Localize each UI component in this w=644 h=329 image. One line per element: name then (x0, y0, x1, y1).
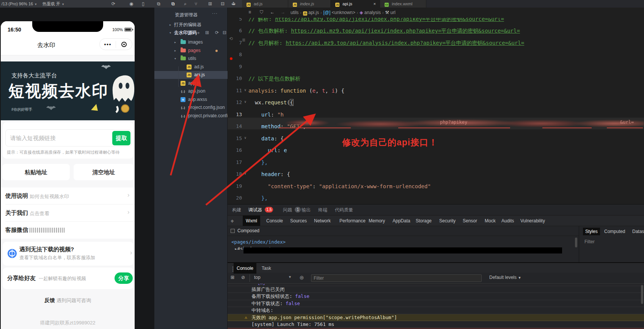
fold-icon[interactable]: ∨ (244, 136, 246, 140)
devtools-tab-audits[interactable]: Audits (501, 216, 514, 226)
help-card[interactable]: 遇到无法下载的视频? 查看下载域名白名单，联系客服添加 › (3, 242, 134, 266)
git-branch-icon[interactable]: ⑂ (195, 0, 197, 8)
extract-button[interactable]: 提取 (112, 131, 130, 145)
devtools-tab-sources[interactable]: Sources (290, 216, 307, 226)
devtools-tab-wxml[interactable]: Wxml (243, 216, 260, 226)
devtools-tab-storage[interactable]: Storage (416, 216, 432, 226)
code-editor[interactable]: ≡ ⛉ ← → utils›JS api.js›[@] <unknown>›◈ … (228, 8, 644, 204)
console-row[interactable]: 插屏广告已关闭 (228, 286, 644, 293)
wxml-elements-panel[interactable]: <pages/index/index> ▸#shadow-root (228, 236, 579, 262)
console-row[interactable]: 备用下载按钮状态: false (228, 293, 644, 300)
scrollbar[interactable] (575, 238, 577, 247)
paste-button[interactable]: 粘贴地址 (2, 164, 70, 180)
menu-item-usage[interactable]: 使用说明 (5, 192, 28, 200)
console-filter-input[interactable]: Filter (311, 274, 482, 282)
collapse-all-icon[interactable]: ⊟ (223, 29, 226, 37)
refresh-icon[interactable]: ⟳ (215, 29, 219, 37)
open-editors-section[interactable]: ▸ 打开的编辑器 (154, 21, 228, 29)
menu-item-service-wechat[interactable]: 客服微信 (5, 227, 28, 234)
refresh-icon[interactable]: ⟳ (112, 0, 115, 8)
video-link-input[interactable]: 请输入短视频链接 (10, 135, 56, 142)
tab-console[interactable]: Console (234, 263, 256, 274)
breadcrumb-item[interactable]: ⚒ url (385, 10, 395, 15)
tab-index.wxml[interactable]: <> index.wxml (380, 0, 426, 8)
record-icon[interactable]: ◉ (129, 0, 133, 8)
tree-item-app.json[interactable]: {..}app.json (154, 87, 228, 95)
tree-item-images[interactable]: ▸images (154, 38, 228, 46)
styles-filter[interactable]: Filter (584, 239, 595, 244)
fold-icon[interactable]: ∨ (244, 100, 246, 104)
devtools-tab-sensor[interactable]: Sensor (463, 216, 477, 226)
log-level-selector[interactable]: Default levels ▼ (489, 275, 521, 280)
devtools-tab-network[interactable]: Network (314, 216, 331, 226)
panel-tab-输出[interactable]: 输出 (302, 205, 311, 215)
panel-tab-终端[interactable]: 终端 (318, 205, 327, 215)
tree-item-api.js[interactable]: JSapi.js (154, 71, 228, 79)
element-node[interactable]: <pages/index/index> (231, 239, 286, 245)
tab-task[interactable]: Task (262, 263, 271, 274)
tab-styles[interactable]: Styles (583, 228, 600, 235)
layout-icon[interactable]: ⊟ (221, 0, 225, 8)
console-row[interactable]: ⚠无效的 app.json permission["scope.writePho… (228, 314, 644, 321)
tab-computed[interactable]: Computed (604, 228, 625, 235)
breadcrumb-item[interactable]: [@] <unknown> (323, 10, 355, 15)
tab-index.js[interactable]: JS index.js (288, 0, 331, 8)
devtools-tab-console[interactable]: Console (266, 216, 283, 226)
new-file-icon[interactable]: ＋ (196, 29, 201, 37)
back-icon[interactable]: ← (270, 9, 275, 15)
grid-icon[interactable]: ⊞ (208, 0, 212, 8)
devtools-tab-appdata[interactable]: AppData (393, 216, 410, 226)
mini-program-capsule[interactable]: ●●● (99, 38, 132, 50)
device-selector[interactable]: /13 (Pro) 96% 16 ▼ (2, 0, 37, 8)
tree-item-app.wxss[interactable]: ≋app.wxss (154, 96, 228, 104)
breadcrumb-item[interactable]: JS api.js (303, 10, 319, 15)
fold-icon[interactable]: ∨ (244, 88, 246, 92)
banner-image[interactable]: 支持各大主流平台 短视频去水印 #你的好帮手 (1, 61, 135, 120)
console-row[interactable]: [system] Launch Time: 7561 ms (228, 321, 644, 328)
clear-button[interactable]: 清空地址 (74, 164, 134, 180)
new-folder-icon[interactable]: ⊞ (205, 29, 209, 37)
console-row[interactable]: 中转域名: (228, 307, 644, 314)
code-area[interactable]: ⟲ ≣ 5// 解析: https://api.mz9.top/api/jiex… (228, 18, 644, 204)
phone-icon[interactable]: ▯ (142, 0, 145, 8)
hot-reload-toggle[interactable]: 热重载 开 ▼ (42, 0, 64, 8)
close-icon[interactable]: × (374, 0, 376, 8)
close-target-icon[interactable] (116, 42, 132, 47)
devtools-tab-performance[interactable]: Performance (339, 216, 366, 226)
sidebar-icon[interactable]: ⊞ (231, 275, 234, 280)
panel-tab-构建[interactable]: 构建 (232, 205, 241, 215)
share-button[interactable]: 分享 (115, 272, 133, 284)
tree-item-project.private.config.js[interactable]: {..}project.private.config.js… (154, 112, 228, 120)
context-selector[interactable]: top (254, 275, 261, 280)
search-icon[interactable]: ⌕ (184, 0, 187, 8)
tree-item-project.config.json[interactable]: {..}project.config.json (154, 104, 228, 112)
docker-icon[interactable]: ⛴ (231, 0, 236, 8)
bookmark-icon[interactable]: ⛉ (260, 9, 263, 15)
devtools-tab-memory[interactable]: Memory (369, 216, 385, 226)
explorer-more-icon[interactable]: ··· (212, 11, 218, 16)
tree-item-ad.js[interactable]: JSad.js (154, 63, 228, 71)
fold-icon[interactable]: ∨ (244, 172, 246, 175)
feedback-row[interactable]: 反馈 遇到问题可咨询 (1, 297, 135, 304)
console-scrollbar[interactable] (641, 285, 643, 304)
panel-tab-代码质量[interactable]: 代码质量 (335, 205, 353, 215)
devtools-tab-security[interactable]: Security (439, 216, 456, 226)
composed-checkbox[interactable] (231, 229, 235, 233)
project-root-section[interactable]: ▾ 去水印源码 ＋ ⊞ ⟳ ⊟ (154, 29, 228, 37)
console-log-list[interactable]: ▸ {…}插屏广告已关闭备用下载按钮状态: false中转下载状态: false… (228, 284, 644, 329)
tree-item-pages[interactable]: ▸pages (154, 47, 228, 55)
tree-item-app.js[interactable]: JSapp.js (154, 79, 228, 87)
more-icon[interactable]: ●●● (100, 43, 116, 46)
devtools-tab-mock[interactable]: Mock (485, 216, 496, 226)
outline-icon[interactable]: ≡ (248, 9, 251, 15)
tab-ad.js[interactable]: JS ad.js (242, 0, 288, 8)
windows-icon[interactable]: ⧉ (157, 0, 160, 8)
panel-tab-问题[interactable]: 问题 1 (283, 205, 301, 215)
breadcrumb-item[interactable]: ◈ analysis (360, 10, 381, 15)
forward-icon[interactable]: → (281, 9, 285, 15)
files-icon[interactable]: ⧉ (171, 0, 175, 8)
breadcrumb-item[interactable]: utils (291, 10, 298, 15)
tab-api.js[interactable]: JS api.js× (331, 0, 380, 8)
eye-icon[interactable]: ◎ (300, 275, 303, 280)
menu-item-about[interactable]: 关于我们 (5, 209, 28, 217)
